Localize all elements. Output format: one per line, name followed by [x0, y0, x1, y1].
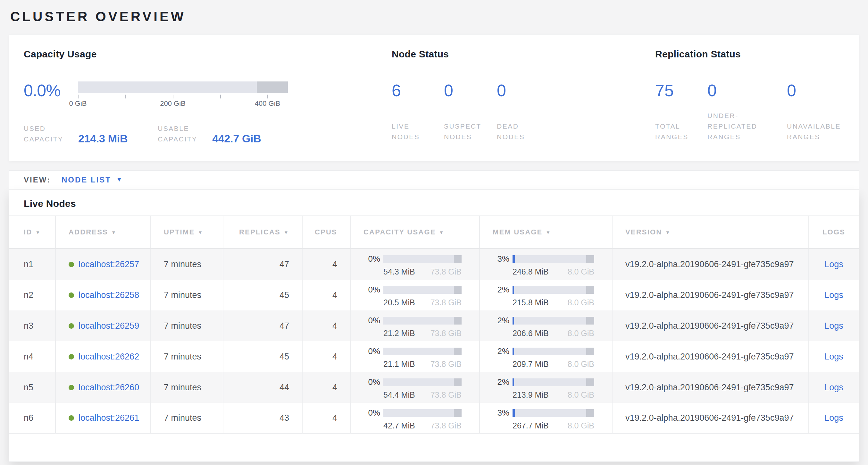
capacity-used-value: 21.1 MiB	[383, 359, 415, 369]
capacity-usage-bar-other-segment	[454, 378, 462, 386]
logs-cell: Logs	[809, 372, 859, 403]
sort-arrow-icon: ▼	[35, 230, 41, 235]
capacity-usage-percent: 0%	[364, 285, 380, 295]
capacity-usage-percent: 0%	[364, 377, 380, 387]
capacity-usage-bar-other-segment	[454, 286, 462, 294]
uptime-cell: 7 minutes	[151, 311, 223, 341]
chevron-down-icon: ▼	[116, 176, 122, 183]
version-cell: v19.2.0-alpha.20190606-2491-gfe735c9a97	[613, 341, 809, 372]
column-header-id[interactable]: ID▼	[9, 216, 56, 248]
capacity-usage-percent: 0%	[364, 346, 380, 356]
logs-link[interactable]: Logs	[825, 321, 843, 331]
mem-usage-percent: 2%	[493, 377, 509, 387]
column-header-replicas[interactable]: REPLICAS▼	[223, 216, 303, 248]
view-mode-selected: NODE LIST	[62, 175, 111, 184]
node-status-section: Node Status 6LIVENODES0SUSPECTNODES0DEAD…	[392, 49, 655, 161]
column-header-label: CAPACITY USAGE	[364, 228, 436, 236]
logs-link[interactable]: Logs	[825, 259, 843, 269]
address-link[interactable]: localhost:26258	[79, 290, 139, 300]
address-link[interactable]: localhost:26262	[79, 352, 139, 362]
logs-cell: Logs	[809, 341, 859, 372]
column-header-capacity[interactable]: CAPACITY USAGE▼	[351, 216, 480, 248]
column-header-uptime[interactable]: UPTIME▼	[151, 216, 223, 248]
column-header-label: CPUS	[315, 228, 337, 236]
column-header-address[interactable]: ADDRESS▼	[56, 216, 151, 248]
live-status-icon	[69, 323, 74, 329]
view-label: VIEW:	[24, 175, 51, 184]
node-status-title: Node Status	[392, 49, 655, 60]
logs-link[interactable]: Logs	[825, 383, 843, 393]
version-text: v19.2.0-alpha.20190606-2491-gfe735c9a97	[625, 290, 794, 300]
replication-stat-label: UNAVAILABLERANGES	[787, 110, 841, 142]
address-cell: localhost:26259	[56, 311, 151, 341]
mem-usage-bar-used-segment	[513, 317, 514, 324]
capacity-total-value: 73.8 GiB	[431, 267, 462, 277]
cpus-cell: 4	[303, 280, 351, 311]
capacity-total-value: 73.8 GiB	[431, 298, 462, 307]
mem-usage-bar-other-segment	[586, 378, 595, 386]
logs-link[interactable]: Logs	[825, 352, 843, 362]
mem-usage-bar-track	[513, 348, 594, 355]
table-header-row: ID▼ADDRESS▼UPTIME▼REPLICAS▼CPUSCAPACITY …	[9, 215, 859, 249]
version-text: v19.2.0-alpha.20190606-2491-gfe735c9a97	[625, 321, 794, 331]
logs-link[interactable]: Logs	[825, 413, 843, 423]
cpus-cell: 4	[303, 403, 351, 434]
capacity-used-value: 20.5 MiB	[383, 298, 415, 307]
capacity-axis-ticks	[78, 93, 288, 97]
table-row: n4localhost:262627 minutes4540%21.1 MiB7…	[9, 341, 859, 372]
address-link[interactable]: localhost:26261	[79, 413, 139, 423]
mem-usage-cell: 2%206.6 MiB8.0 GiB	[480, 311, 613, 341]
used-capacity-value: 214.3 MiB	[78, 133, 128, 144]
logs-cell: Logs	[809, 280, 859, 311]
version-cell: v19.2.0-alpha.20190606-2491-gfe735c9a97	[613, 372, 809, 403]
replicas-cell: 47	[223, 249, 303, 280]
mem-usage-bar-used-segment	[513, 348, 514, 355]
usable-capacity-stat: USABLE CAPACITY 442.7 GiB	[158, 123, 261, 144]
column-header-mem[interactable]: MEM USAGE▼	[480, 216, 613, 248]
replicas-cell: 44	[223, 372, 303, 403]
logs-link[interactable]: Logs	[825, 290, 843, 300]
node-status-stat-label: LIVENODES	[392, 110, 444, 142]
column-header-version[interactable]: VERSION▼	[613, 216, 809, 248]
address-link[interactable]: localhost:26260	[79, 383, 139, 393]
capacity-usage-bar-other-segment	[454, 348, 462, 355]
capacity-usage-bar-track	[383, 348, 462, 355]
replicas-cell: 45	[223, 280, 303, 311]
capacity-bar-track	[78, 82, 288, 93]
mem-total-value: 8.0 GiB	[568, 267, 594, 277]
mem-usage-bar-track	[513, 255, 594, 263]
version-cell: v19.2.0-alpha.20190606-2491-gfe735c9a97	[613, 280, 809, 311]
node-status-stat-value: 0	[444, 81, 497, 100]
node-status-stat-value: 0	[497, 81, 525, 100]
sort-arrow-icon: ▼	[665, 230, 671, 235]
mem-usage-cell: 2%209.7 MiB8.0 GiB	[480, 341, 613, 372]
view-mode-dropdown[interactable]: NODE LIST ▼	[62, 175, 122, 184]
node-id-cell: n5	[9, 372, 56, 403]
uptime-cell: 7 minutes	[151, 403, 223, 434]
address-link[interactable]: localhost:26257	[79, 259, 139, 269]
capacity-usage-bar-track	[383, 378, 462, 386]
axis-tick-label: 0 GiB	[69, 99, 87, 108]
address-link[interactable]: localhost:26259	[79, 321, 139, 331]
address-cell: localhost:26257	[56, 249, 151, 280]
used-capacity-label-line2: CAPACITY	[24, 135, 63, 143]
sort-arrow-icon: ▼	[284, 230, 289, 235]
cluster-overview-page: CLUSTER OVERVIEW Capacity Usage 0.0% 0 G…	[0, 0, 868, 462]
table-row: n3localhost:262597 minutes4740%21.2 MiB7…	[9, 311, 859, 341]
mem-usage-percent: 3%	[493, 254, 509, 264]
column-header-label: UPTIME	[164, 228, 194, 236]
mem-used-value: 215.8 MiB	[513, 298, 549, 307]
capacity-usage-percent: 0%	[364, 316, 380, 325]
cpus-cell: 4	[303, 249, 351, 280]
version-text: v19.2.0-alpha.20190606-2491-gfe735c9a97	[625, 383, 794, 393]
column-header-label: ID	[24, 228, 32, 236]
table-row: n2localhost:262587 minutes4540%20.5 MiB7…	[9, 280, 859, 311]
mem-usage-bar-used-segment	[513, 378, 514, 386]
capacity-bar-chart: 0 GiB200 GiB400 GiB	[78, 81, 288, 107]
mem-usage-bar-track	[513, 317, 594, 324]
capacity-used-value: 42.7 MiB	[383, 421, 415, 430]
mem-usage-cell: 2%213.9 MiB8.0 GiB	[480, 372, 613, 403]
replication-stat: 0UNAVAILABLERANGES	[787, 81, 841, 142]
logs-cell: Logs	[809, 403, 859, 434]
replicas-cell: 47	[223, 311, 303, 341]
